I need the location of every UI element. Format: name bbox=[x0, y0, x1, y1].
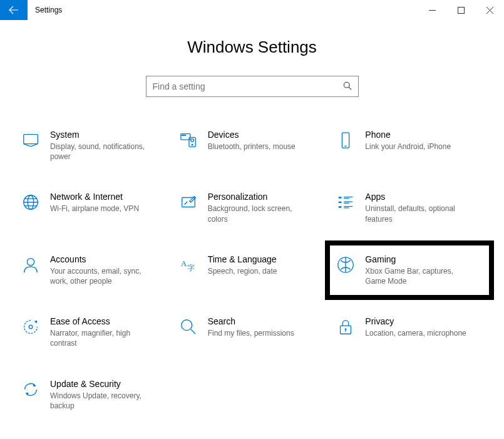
svg-rect-10 bbox=[342, 133, 349, 148]
svg-point-18 bbox=[29, 325, 33, 329]
tile-search[interactable]: Search Find my files, permissions bbox=[177, 315, 328, 349]
tile-accounts[interactable]: Accounts Your accounts, email, sync, wor… bbox=[19, 253, 170, 287]
phone-icon bbox=[335, 130, 356, 151]
tile-title: Gaming bbox=[365, 254, 471, 264]
svg-point-9 bbox=[192, 144, 193, 145]
tile-desc: Link your Android, iPhone bbox=[365, 142, 451, 152]
svg-rect-2 bbox=[24, 135, 38, 144]
tile-desc: Windows Update, recovery, backup bbox=[50, 391, 157, 411]
tile-desc: Narrator, magnifier, high contrast bbox=[50, 328, 157, 348]
svg-point-8 bbox=[190, 139, 193, 142]
tile-personalization[interactable]: Personalization Background, lock screen,… bbox=[177, 190, 328, 225]
tile-devices[interactable]: Devices Bluetooth, printers, mouse bbox=[177, 128, 328, 163]
titlebar: Settings bbox=[0, 0, 504, 20]
personalization-icon bbox=[178, 192, 199, 213]
ease-of-access-icon bbox=[20, 316, 41, 338]
gaming-icon bbox=[335, 254, 356, 276]
tile-desc: Bluetooth, printers, mouse bbox=[208, 142, 296, 152]
tile-title: Devices bbox=[208, 130, 296, 140]
search-input[interactable] bbox=[153, 81, 343, 91]
privacy-icon bbox=[335, 316, 356, 338]
svg-text:字: 字 bbox=[187, 264, 195, 272]
tile-title: Accounts bbox=[50, 254, 157, 264]
devices-icon bbox=[178, 130, 199, 151]
tile-title: Time & Language bbox=[208, 254, 277, 264]
back-button[interactable] bbox=[0, 0, 28, 20]
tile-apps[interactable]: Apps Uninstall, defaults, optional featu… bbox=[334, 190, 485, 225]
tile-time-language[interactable]: A字 Time & Language Speech, region, date bbox=[177, 253, 328, 287]
time-language-icon: A字 bbox=[178, 254, 199, 276]
tile-desc: Find my files, permissions bbox=[208, 328, 294, 338]
maximize-button[interactable] bbox=[446, 0, 475, 20]
system-icon bbox=[20, 130, 41, 151]
svg-point-6 bbox=[185, 135, 185, 135]
window-controls bbox=[418, 0, 504, 20]
tile-ease-of-access[interactable]: Ease of Access Narrator, magnifier, high… bbox=[19, 315, 170, 349]
tile-desc: Uninstall, defaults, optional features bbox=[365, 204, 471, 224]
tile-title: System bbox=[50, 130, 157, 140]
minimize-button[interactable] bbox=[418, 0, 446, 20]
tile-title: Apps bbox=[365, 192, 471, 202]
tile-desc: Speech, region, date bbox=[208, 266, 277, 276]
tile-phone[interactable]: Phone Link your Android, iPhone bbox=[334, 128, 485, 163]
tile-update-security[interactable]: Update & Security Windows Update, recove… bbox=[19, 378, 170, 412]
tile-network[interactable]: Network & Internet Wi-Fi, airplane mode,… bbox=[19, 190, 170, 225]
content: Windows Settings System Display, sound, … bbox=[0, 20, 504, 412]
search-icon bbox=[343, 81, 352, 92]
tile-desc: Your accounts, email, sync, work, other … bbox=[50, 266, 157, 286]
tile-title: Personalization bbox=[208, 192, 314, 202]
accounts-icon bbox=[20, 254, 41, 276]
tile-title: Ease of Access bbox=[50, 316, 157, 326]
tile-title: Privacy bbox=[365, 316, 466, 326]
tile-desc: Background, lock screen, colors bbox=[208, 204, 314, 224]
tile-desc: Display, sound, notifications, power bbox=[50, 142, 157, 162]
tile-desc: Xbox Game Bar, captures, Game Mode bbox=[365, 266, 471, 286]
svg-point-1 bbox=[344, 82, 349, 88]
tile-system[interactable]: System Display, sound, notifications, po… bbox=[19, 128, 170, 163]
search-box[interactable] bbox=[146, 76, 359, 97]
update-security-icon bbox=[20, 379, 41, 400]
svg-point-5 bbox=[183, 135, 184, 135]
search-tile-icon bbox=[178, 316, 199, 338]
tile-title: Network & Internet bbox=[50, 192, 139, 202]
svg-point-19 bbox=[181, 320, 192, 331]
svg-rect-0 bbox=[458, 7, 464, 13]
svg-rect-13 bbox=[182, 198, 195, 207]
page-heading: Windows Settings bbox=[0, 38, 504, 57]
svg-point-14 bbox=[27, 258, 34, 265]
tile-title: Update & Security bbox=[50, 379, 157, 389]
search-container bbox=[0, 76, 504, 97]
network-icon bbox=[20, 192, 41, 213]
tile-gaming[interactable]: Gaming Xbox Game Bar, captures, Game Mod… bbox=[325, 240, 494, 300]
settings-grid: System Display, sound, notifications, po… bbox=[0, 128, 504, 412]
svg-point-4 bbox=[182, 135, 182, 135]
tile-desc: Location, camera, microphone bbox=[365, 328, 466, 338]
tile-privacy[interactable]: Privacy Location, camera, microphone bbox=[334, 315, 485, 349]
tile-title: Phone bbox=[365, 130, 451, 140]
apps-icon bbox=[335, 192, 356, 213]
svg-text:A: A bbox=[180, 259, 187, 268]
window-title: Settings bbox=[28, 0, 418, 20]
close-button[interactable] bbox=[475, 0, 504, 20]
tile-title: Search bbox=[208, 316, 294, 326]
tile-desc: Wi-Fi, airplane mode, VPN bbox=[50, 204, 139, 214]
